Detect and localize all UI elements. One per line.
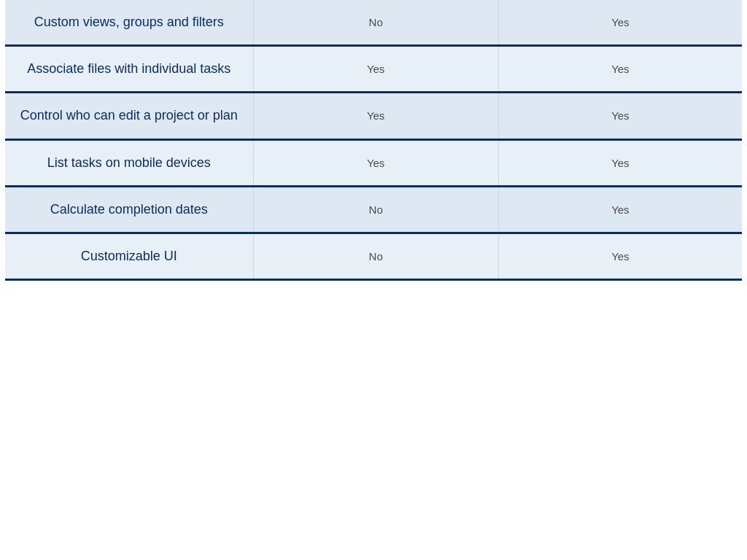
col1-value: No (253, 186, 498, 233)
col2-value: Yes (498, 0, 742, 46)
feature-cell: List tasks on mobile devices (5, 139, 253, 186)
feature-cell: Associate files with individual tasks (5, 46, 253, 93)
col1-value: Yes (253, 139, 498, 186)
table-row: Customizable UINoYes (5, 233, 742, 279)
table-row: Associate files with individual tasksYes… (5, 46, 742, 93)
table-row: Calculate completion datesNoYes (5, 186, 742, 233)
table-row: Custom views, groups and filtersNoYes (5, 0, 742, 46)
col2-value: Yes (498, 93, 742, 139)
feature-cell: Calculate completion dates (5, 186, 253, 233)
col2-value: Yes (498, 186, 742, 233)
table-row: Control who can edit a project or planYe… (5, 93, 742, 139)
col2-value: Yes (498, 139, 742, 186)
feature-cell: Customizable UI (5, 233, 253, 279)
col2-value: Yes (498, 233, 742, 279)
comparison-table: Custom views, groups and filtersNoYesAss… (5, 0, 742, 281)
col1-value: No (253, 233, 498, 279)
col1-value: Yes (253, 93, 498, 139)
col2-value: Yes (498, 46, 742, 93)
feature-cell: Control who can edit a project or plan (5, 93, 253, 139)
comparison-table-container: Custom views, groups and filtersNoYesAss… (5, 0, 742, 281)
col1-value: No (253, 0, 498, 46)
table-row: List tasks on mobile devicesYesYes (5, 139, 742, 186)
feature-cell: Custom views, groups and filters (5, 0, 253, 46)
col1-value: Yes (253, 46, 498, 93)
